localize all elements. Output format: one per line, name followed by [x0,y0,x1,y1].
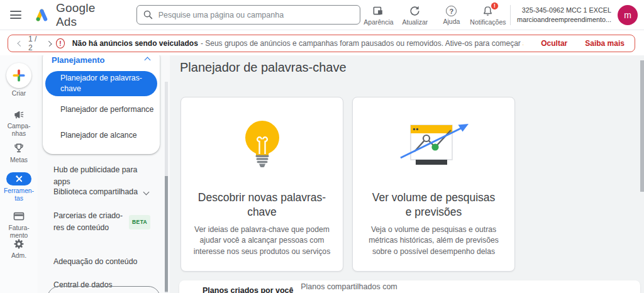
learn-more-link[interactable]: Saiba mais [585,39,625,48]
sidebar-item-performance-planner[interactable]: Planejador de performance [43,96,160,122]
alert-pagination: 1 / 2 [28,35,41,52]
sidebar-bottom-button[interactable] [47,286,160,293]
keyword-planner-label: Planejador de palavras-chave [60,73,151,94]
notification-badge: ! [491,2,499,10]
rail-label-billing: Fatura- mento [8,224,29,239]
search-icon [143,9,153,20]
top-bar-divider [510,5,511,25]
rail-item-billing[interactable]: Fatura- mento [0,210,38,239]
search-volume-description: Veja o volume de pesquisas e outras métr… [353,224,514,258]
notifications-button[interactable]: ! Notificações [470,4,506,26]
alert-row: 1 / 2 ! Não há anúncios sendo veiculados… [0,30,644,55]
error-icon: ! [56,38,65,48]
help-button[interactable]: ? Ajuda [433,4,470,25]
trophy-icon [13,142,25,155]
discover-keywords-card[interactable]: Descobrir novas palavras-chave Ver ideia… [180,97,343,272]
alert-message: - Seus grupos de anúncios e campanhas fo… [201,39,523,48]
notifications-label: Notificações [470,18,506,26]
lightbulb-icon [235,116,290,177]
top-bar: Google Ads Aparência A [0,0,644,30]
performance-planner-label: Planejador de performance [60,105,153,114]
plans-panel: Planos criados por você Planos compartil… [179,280,640,293]
google-ads-logo[interactable]: Google Ads [34,1,116,29]
reach-planner-label: Planejador de alcance [60,131,137,140]
sidebar-item-shared-library[interactable]: Biblioteca compartilhada [53,186,170,198]
collapse-icon [145,57,151,64]
search-volume-card[interactable]: Ver volume de pesquisas e previsões Veja… [352,97,515,272]
credit-card-icon [13,210,25,223]
chart-window-icon [396,119,472,174]
alert-prev-icon[interactable] [17,40,23,46]
account-id: 325-345-0962 MCC 1 EXCEL [517,6,611,15]
planning-menu-card: Planejamento Planejador de palavras-chav… [43,48,160,154]
megaphone-icon [13,108,25,121]
gear-icon [13,238,25,250]
account-name: marcioandreempreendimento... [517,15,611,25]
avatar[interactable]: m [618,5,638,25]
sidebar-item-content-suitability[interactable]: Adequação do conteúdo [53,244,154,268]
search-volume-title: Ver volume de pesquisas e previsões [353,191,514,219]
appearance-icon [372,5,384,17]
rail-item-tools[interactable]: Ferramen- tas [0,172,38,202]
alert-banner: 1 / 2 ! Não há anúncios sendo veiculados… [8,35,635,52]
alert-title: Não há anúncios sendo veiculados [72,39,198,48]
main-content: Planejador de palavras-chave Descobrir n… [170,55,644,293]
rail-label-admin: Adm. [11,252,26,260]
refresh-button[interactable]: Atualizar [397,4,433,26]
refresh-label: Atualizar [402,18,428,26]
expand-icon [143,189,150,196]
sidebar-item-app-hub[interactable]: Hub de publicidade para apps [53,152,147,188]
rail-label-tools: Ferramen- tas [4,187,34,202]
rail-item-goals[interactable]: Metas [0,142,38,164]
appearance-label: Aparência [364,18,393,26]
content-suitability-label: Adequação do conteúdo [53,257,137,266]
appearance-button[interactable]: Aparência [360,4,397,26]
creator-partnerships-label: Parcerias de criado- res de conteúdo [53,210,123,234]
plus-icon [12,69,26,82]
google-ads-app: Google Ads Aparência A [0,0,644,293]
tab-plans-created[interactable]: Planos criados por você [203,286,294,293]
app-hub-label: Hub de publicidade para apps [53,165,137,186]
discover-keywords-title: Descobrir novas palavras-chave [181,191,343,219]
rail-label-goals: Metas [10,157,28,164]
sidebar-scrollbar-thumb[interactable] [165,176,168,292]
brand-text: Google Ads [56,1,116,29]
beta-badge: BETA [129,215,150,229]
planning-sidebar: Planejamento Planejador de palavras-chav… [38,30,170,293]
shared-library-label: Biblioteca compartilhada [53,186,138,198]
rail-item-campaigns[interactable]: Campa- nhas [0,108,38,137]
planning-section-title: Planejamento [52,55,105,65]
nav-rail: Criar Campa- nhas Metas [0,55,38,293]
refresh-icon [409,5,421,17]
hide-link[interactable]: Ocultar [541,39,567,48]
search-input[interactable] [136,5,360,25]
discover-keywords-description: Ver ideias de palavra-chave que podem aj… [181,224,343,258]
tools-icon [14,174,24,184]
help-icon: ? [446,6,457,16]
rail-item-create[interactable]: Criar [0,63,38,97]
rail-label-create: Criar [12,90,26,97]
page-scrollbar-thumb[interactable] [640,60,644,192]
page-title: Planejador de palavras-chave [180,60,347,75]
sidebar-item-keyword-planner[interactable]: Planejador de palavras-chave [45,71,157,96]
help-label: Ajuda [443,18,460,25]
sidebar-item-reach-planner[interactable]: Planejador de alcance [43,122,160,148]
account-info[interactable]: 325-345-0962 MCC 1 EXCEL marcioandreempr… [517,6,611,24]
menu-icon[interactable] [3,0,29,30]
alert-next-icon[interactable] [46,40,52,46]
google-ads-logo-icon [34,8,50,23]
top-bar-actions: Aparência Atualizar ? Ajuda [360,4,638,26]
tab-plans-shared[interactable]: Planos compartilhados com [299,282,399,291]
search-box [136,5,360,25]
create-circle [6,63,31,88]
sidebar-item-creator-partnerships[interactable]: Parcerias de criado- res de conteúdo BET… [53,210,170,234]
rail-label-campaigns: Campa- nhas [8,123,31,137]
rail-item-admin[interactable]: Adm. [0,238,38,260]
tools-pill [6,172,31,185]
